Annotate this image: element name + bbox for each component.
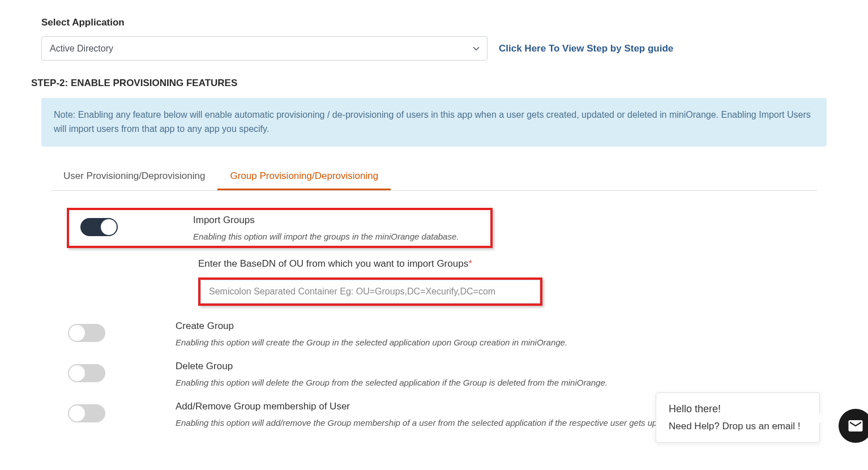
application-select[interactable]: Active Directory	[41, 36, 488, 61]
chat-popup-text: Need Help? Drop us an email !	[669, 421, 807, 432]
basedn-input-highlight	[198, 277, 542, 306]
delete-group-desc: Enabling this option will delete the Gro…	[176, 377, 817, 388]
create-group-desc: Enabling this option will create the Gro…	[176, 336, 817, 348]
delete-group-title: Delete Group	[176, 361, 817, 372]
import-groups-highlight: Import Groups Enabling this option will …	[67, 208, 493, 248]
mail-icon	[847, 417, 864, 434]
tab-user-provisioning[interactable]: User Provisioning/Deprovisioning	[51, 164, 217, 190]
step-title: STEP-2: ENABLE PROVISIONING FEATURES	[31, 78, 837, 89]
chat-popup-arrow	[819, 413, 824, 423]
note-box: Note: Enabling any feature below will en…	[41, 98, 827, 147]
basedn-block: Enter the BaseDN of OU from which you wa…	[198, 258, 817, 306]
main-container: Select Application Active Directory Clic…	[0, 0, 868, 439]
tab-group-provisioning[interactable]: Group Provisioning/Deprovisioning	[217, 164, 391, 190]
feature-create-group: Create Group Enabling this option will c…	[51, 318, 817, 358]
basedn-input[interactable]	[200, 280, 540, 304]
toggle-delete-group[interactable]	[68, 364, 105, 382]
import-groups-desc: Enabling this option will import the gro…	[193, 230, 484, 242]
toggle-add-remove-membership[interactable]	[68, 404, 105, 422]
required-asterisk: *	[468, 258, 472, 269]
chat-popup: Hello there! Need Help? Drop us an email…	[656, 392, 820, 443]
select-application-label: Select Application	[41, 17, 837, 28]
basedn-label: Enter the BaseDN of OU from which you wa…	[198, 258, 817, 270]
tabs: User Provisioning/Deprovisioning Group P…	[51, 164, 817, 191]
feature-import-groups: Import Groups Enabling this option will …	[76, 215, 484, 242]
import-groups-title: Import Groups	[193, 215, 484, 226]
step-guide-link[interactable]: Click Here To View Step by Step guide	[499, 43, 673, 54]
select-row: Active Directory Click Here To View Step…	[41, 36, 837, 61]
chat-bubble-button[interactable]	[839, 409, 868, 443]
chat-popup-title: Hello there!	[669, 403, 807, 415]
create-group-title: Create Group	[176, 321, 817, 332]
toggle-import-groups[interactable]	[80, 218, 118, 236]
toggle-create-group[interactable]	[68, 324, 105, 342]
